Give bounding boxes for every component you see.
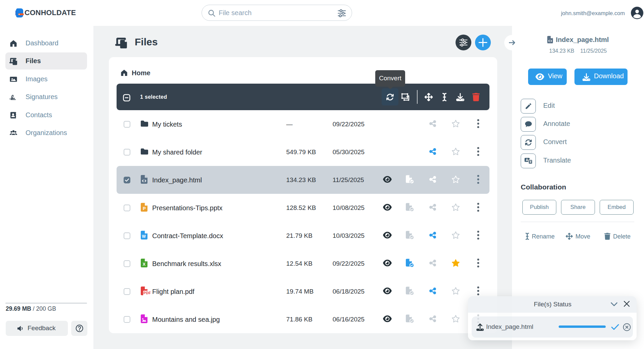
svg-text:P: P — [143, 206, 146, 211]
svg-text:PDF: PDF — [143, 291, 151, 295]
svg-text:W: W — [142, 234, 146, 239]
svg-text:A: A — [526, 158, 528, 162]
svg-text:X: X — [142, 262, 145, 267]
